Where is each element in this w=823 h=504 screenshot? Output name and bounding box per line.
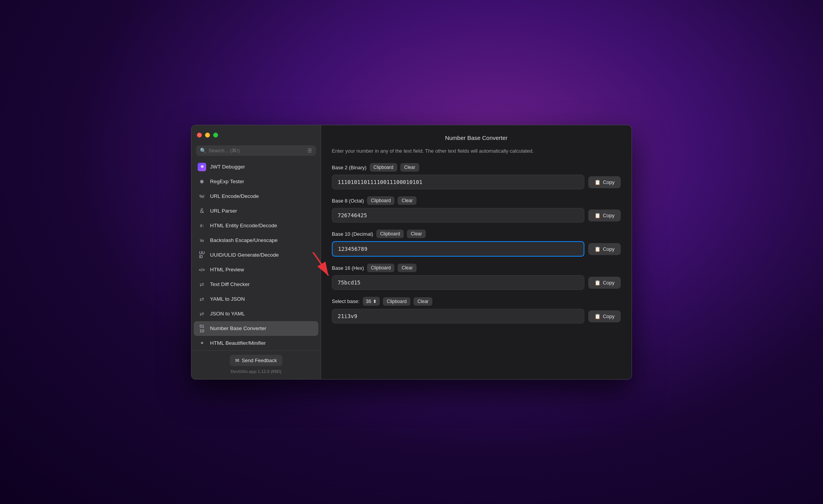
sidebar-item-label-uuid: UUID/ULID Generate/Decode xyxy=(210,252,279,258)
copy-button-base8[interactable]: 📋 Copy xyxy=(588,209,621,221)
input-base2[interactable] xyxy=(332,175,584,189)
label-row-base8: Base 8 (Octal) Clipboard Clear xyxy=(332,196,621,205)
sidebar-item-regexp[interactable]: ✱ RegExp Tester xyxy=(194,174,318,189)
input-base10[interactable] xyxy=(332,241,584,257)
version-text: DevUtils.app 1.12.0 (99D) xyxy=(231,369,282,374)
sidebar-item-label-url-parser: URL Parser xyxy=(210,208,237,214)
clear-button-base16[interactable]: Clear xyxy=(398,264,417,272)
search-icon: 🔍 xyxy=(200,148,206,153)
titlebar xyxy=(191,125,321,145)
maximize-button[interactable] xyxy=(213,133,218,138)
sidebar: 🔍 ☰ ✳ JWT Debugger ✱ RegExp Tester %/ UR… xyxy=(191,125,321,379)
send-feedback-label: Send Feedback xyxy=(242,358,277,363)
search-bar: 🔍 ☰ xyxy=(196,145,316,156)
clear-button-base8[interactable]: Clear xyxy=(398,196,417,205)
copy-button-base2[interactable]: 📋 Copy xyxy=(588,176,621,188)
envelope-icon: ✉ xyxy=(235,358,239,363)
json-yaml-icon: ⇄ xyxy=(198,310,206,318)
input-row-base8: 📋 Copy xyxy=(332,208,621,223)
input-row-base10: 📋 Copy xyxy=(332,241,621,257)
url-parser-icon: & xyxy=(198,207,206,215)
uuid-icon: UUID xyxy=(198,251,206,259)
copy-button-base10[interactable]: 📋 Copy xyxy=(588,243,621,255)
label-row-base2: Base 2 (Binary) Clipboard Clear xyxy=(332,163,621,172)
copy-label-base10: Copy xyxy=(603,246,615,252)
copy-icon-base8: 📋 xyxy=(594,213,601,218)
sidebar-item-label-html-preview: HTML Preview xyxy=(210,267,244,272)
regexp-icon: ✱ xyxy=(198,177,206,186)
sidebar-item-label-url-encode: URL Encode/Decode xyxy=(210,193,259,199)
sidebar-item-url-encode[interactable]: %/ URL Encode/Decode xyxy=(194,189,318,204)
sidebar-item-jwt[interactable]: ✳ JWT Debugger xyxy=(194,160,318,174)
copy-label-base8: Copy xyxy=(603,213,615,218)
close-button[interactable] xyxy=(197,133,202,138)
clear-button-base36[interactable]: Clear xyxy=(413,297,432,306)
copy-icon-base16: 📋 xyxy=(594,280,601,286)
sidebar-item-label-number-base: Number Base Converter xyxy=(210,325,266,331)
copy-label-base36: Copy xyxy=(603,313,615,319)
input-row-base16: 📋 Copy xyxy=(332,275,621,290)
main-window: 🔍 ☰ ✳ JWT Debugger ✱ RegExp Tester %/ UR… xyxy=(191,125,632,380)
search-input[interactable] xyxy=(208,148,305,153)
clipboard-button-base10[interactable]: Clipboard xyxy=(376,230,404,238)
copy-icon-base2: 📋 xyxy=(594,179,601,185)
url-encode-icon: %/ xyxy=(198,192,206,201)
sidebar-item-html-beautify[interactable]: ✦ HTML Beautifier/Minifier xyxy=(194,336,318,351)
copy-button-base16[interactable]: 📋 Copy xyxy=(588,277,621,289)
sidebar-item-number-base[interactable]: 0110 Number Base Converter xyxy=(194,321,318,336)
base-stepper-value: 36 xyxy=(366,298,371,304)
section-base8: Base 8 (Octal) Clipboard Clear 📋 Copy xyxy=(332,196,621,223)
sidebar-item-url-parser[interactable]: & URL Parser xyxy=(194,204,318,218)
sidebar-item-backslash[interactable]: \n Backslash Escape/Unescape xyxy=(194,233,318,248)
sidebar-item-label-json-yaml: JSON to YAML xyxy=(210,311,245,317)
sidebar-item-yaml-json[interactable]: ⇄ YAML to JSON xyxy=(194,292,318,306)
input-base16[interactable] xyxy=(332,275,584,290)
send-feedback-button[interactable]: ✉ Send Feedback xyxy=(230,355,282,366)
sidebar-item-json-yaml[interactable]: ⇄ JSON to YAML xyxy=(194,306,318,321)
backslash-icon: \n xyxy=(198,236,206,245)
base-label-base8: Base 8 (Octal) xyxy=(332,198,364,204)
sidebar-item-label-html-beautify: HTML Beautifier/Minifier xyxy=(210,340,266,346)
input-base36[interactable] xyxy=(332,309,584,324)
stepper-arrows-icon: ⬍ xyxy=(373,299,377,304)
clipboard-button-base16[interactable]: Clipboard xyxy=(367,264,394,272)
select-base-row: Select base: 36 ⬍ Clipboard Clear xyxy=(332,297,621,306)
sidebar-item-label-yaml-json: YAML to JSON xyxy=(210,296,245,302)
html-beautify-icon: ✦ xyxy=(198,339,206,347)
yaml-json-icon: ⇄ xyxy=(198,295,206,303)
text-diff-icon: ⇄ xyxy=(198,280,206,289)
sidebar-item-label-regexp: RegExp Tester xyxy=(210,179,244,184)
sidebar-item-html-entity[interactable]: #: HTML Entity Encode/Decode xyxy=(194,218,318,233)
sidebar-item-uuid[interactable]: UUID UUID/ULID Generate/Decode xyxy=(194,248,318,262)
jwt-icon: ✳ xyxy=(198,163,206,171)
html-entity-icon: #: xyxy=(198,221,206,230)
section-base16: Base 16 (Hex) Clipboard Clear 📋 Copy xyxy=(332,264,621,290)
menu-icon[interactable]: ☰ xyxy=(307,148,312,153)
base-stepper[interactable]: 36 ⬍ xyxy=(363,297,380,306)
copy-button-base36[interactable]: 📋 Copy xyxy=(588,310,621,322)
input-row-base2: 📋 Copy xyxy=(332,175,621,189)
sidebar-item-label-html-entity: HTML Entity Encode/Decode xyxy=(210,223,277,228)
input-row-base36: 📋 Copy xyxy=(332,309,621,324)
description: Enter your number in any of the text fie… xyxy=(332,147,621,155)
copy-icon-base10: 📋 xyxy=(594,246,601,252)
base-label-base10: Base 10 (Decimal) xyxy=(332,231,373,237)
sidebar-item-html-preview[interactable]: </> HTML Preview xyxy=(194,262,318,277)
number-base-icon: 0110 xyxy=(198,324,206,333)
clipboard-button-base36[interactable]: Clipboard xyxy=(383,297,410,306)
clipboard-button-base2[interactable]: Clipboard xyxy=(370,163,397,172)
sidebar-item-label-jwt: JWT Debugger xyxy=(210,164,245,170)
clear-button-base2[interactable]: Clear xyxy=(400,163,419,172)
select-base-label: Select base: xyxy=(332,298,360,304)
input-base8[interactable] xyxy=(332,208,584,223)
copy-label-base2: Copy xyxy=(603,179,615,185)
clipboard-button-base8[interactable]: Clipboard xyxy=(367,196,394,205)
copy-icon-base36: 📋 xyxy=(594,313,601,319)
section-base10: Base 10 (Decimal) Clipboard Clear 📋 Copy xyxy=(332,230,621,257)
sidebar-item-label-backslash: Backslash Escape/Unescape xyxy=(210,237,278,243)
sidebar-footer: ✉ Send Feedback DevUtils.app 1.12.0 (99D… xyxy=(191,351,321,379)
sidebar-item-text-diff[interactable]: ⇄ Text Diff Checker xyxy=(194,277,318,292)
clear-button-base10[interactable]: Clear xyxy=(407,230,426,238)
sidebar-list: ✳ JWT Debugger ✱ RegExp Tester %/ URL En… xyxy=(191,160,321,351)
minimize-button[interactable] xyxy=(205,133,210,138)
